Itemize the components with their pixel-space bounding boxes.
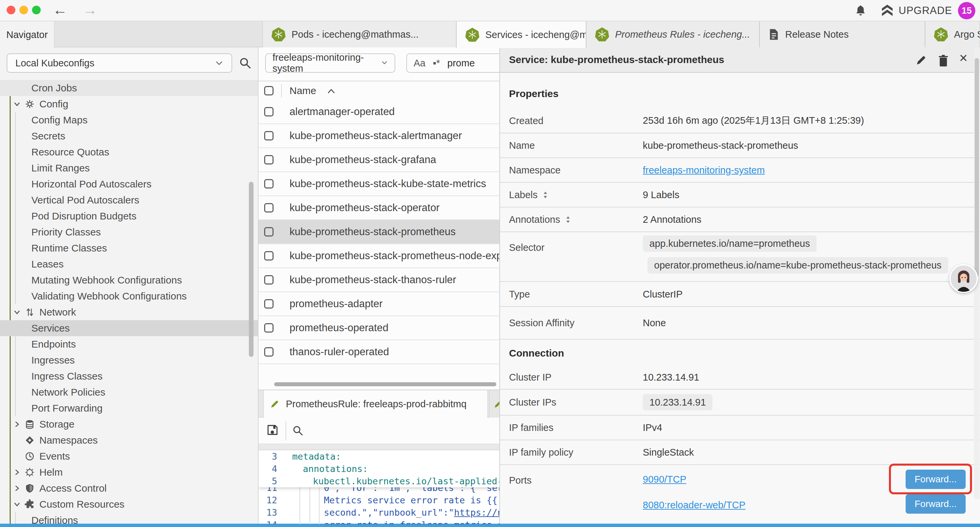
editor-search-icon[interactable] [292,425,304,436]
select-all-checkbox[interactable] [264,86,274,96]
chevron-down-icon[interactable] [13,308,21,317]
sidebar-item-config-maps[interactable]: Config Maps [0,112,259,128]
port-link[interactable]: 9090/TCP [643,474,686,485]
detail-label-text: IP family policy [509,447,573,458]
table-row-kube-prometheus-stack-operator[interactable]: kube-prometheus-stack-operator [259,196,500,220]
row-checkbox[interactable] [264,107,274,116]
sidebar-item-services[interactable]: Services [0,320,259,336]
match-case-toggle[interactable]: Aa [414,58,425,69]
row-checkbox[interactable] [264,347,274,357]
forward-button[interactable]: Forward... [905,494,966,514]
tab-prometheusrule-editor[interactable]: PrometheusRule: freeleaps-prod-rabbitmq [264,390,488,417]
forward-button[interactable]: → [83,2,97,18]
row-checkbox[interactable] [264,155,274,164]
port-link[interactable]: 8080:reloader-web/TCP [643,500,746,510]
sidebar-item-access-control[interactable]: Access Control [0,480,259,496]
sidebar-item-definitions[interactable]: Definitions [0,512,259,524]
line-code: annotations: [282,463,368,475]
user-avatar[interactable] [949,264,978,293]
pencil-icon [493,399,500,409]
sidebar-item-helm[interactable]: Helm [0,464,259,480]
table-row-thanos-ruler-operated[interactable]: thanos-ruler-operated [259,340,500,364]
name-column-header[interactable]: Name [290,85,316,96]
table-row-kube-prometheus-stack-alertmanager[interactable]: kube-prometheus-stack-alertmanager [259,124,500,148]
table-row-kube-prometheus-stack-prometheus[interactable]: kube-prometheus-stack-prometheus [259,220,500,244]
sidebar-item-ingresses[interactable]: Ingresses [0,352,259,368]
sidebar-item-pod-disruption-budgets[interactable]: Pod Disruption Budgets [0,208,259,224]
kubeconfig-selector[interactable]: Local Kubeconfigs [7,53,232,73]
table-row-kube-prometheus-stack-thanos-ruler[interactable]: kube-prometheus-stack-thanos-ruler [259,268,500,292]
tab-services-icecheng-math[interactable]: Services - icecheng@math...× [456,21,586,48]
row-checkbox[interactable] [264,299,274,309]
yaml-editor[interactable]: 3metadata:4annotations:5kubectl.kubernet… [259,450,500,524]
sidebar-item-endpoints[interactable]: Endpoints [0,336,259,352]
row-checkbox[interactable] [264,323,274,333]
sidebar-item-storage[interactable]: Storage [0,416,259,432]
sort-updown-icon[interactable] [565,215,571,224]
detail-scrollbar[interactable] [975,58,979,277]
sidebar-item-events[interactable]: Events [0,448,259,464]
regex-toggle[interactable]: ▪* [433,58,440,69]
sidebar-item-network[interactable]: Network [0,304,259,320]
tab-argo-se[interactable]: Argo Se [925,21,980,47]
sidebar-item-secrets[interactable]: Secrets [0,128,259,144]
tab-prometheus-rules-icecheng[interactable]: Prometheus Rules - icecheng... [586,21,759,47]
chevron-right-icon[interactable] [13,468,21,477]
namespace-link[interactable]: freeleaps-monitoring-system [643,165,765,175]
row-checkbox[interactable] [264,227,274,236]
close-icon[interactable]: × [959,50,968,66]
horizontal-scrollbar[interactable] [274,382,496,386]
notifications-bell-icon[interactable] [854,4,867,16]
row-checkbox[interactable] [264,131,274,140]
sidebar-item-network-policies[interactable]: Network Policies [0,384,259,400]
chevron-right-icon[interactable] [13,420,21,428]
traffic-light-minimize[interactable] [19,6,28,14]
table-row-kube-prometheus-stack-prometheus-node-ex[interactable]: kube-prometheus-stack-prometheus-node-ex… [259,244,500,268]
sidebar-item-limit-ranges[interactable]: Limit Ranges [0,160,259,176]
save-icon[interactable] [266,424,279,436]
traffic-light-close[interactable] [7,6,15,14]
table-row-alertmanager-operated[interactable]: alertmanager-operated [259,100,500,124]
back-button[interactable]: ← [53,2,67,18]
sidebar-item-vertical-pod-autoscalers[interactable]: Vertical Pod Autoscalers [0,192,259,208]
chevron-right-icon[interactable] [13,484,21,493]
edit-icon[interactable] [915,54,927,66]
sidebar-item-priority-classes[interactable]: Priority Classes [0,224,259,240]
namespace-selector[interactable]: freeleaps-monitoring-system [265,53,395,73]
sidebar-item-custom-resources[interactable]: Custom Resources [0,496,259,512]
search-icon[interactable] [239,57,251,69]
row-checkbox[interactable] [264,203,274,212]
update-count-badge[interactable]: 15 [958,2,975,19]
upgrade-button[interactable]: UPGRADE [881,4,952,18]
tab-release-notes[interactable]: Release Notes [759,21,925,47]
tab-next-editor-partial[interactable] [489,390,500,417]
sidebar-item-port-forwarding[interactable]: Port Forwarding [0,400,259,416]
table-row-kube-prometheus-stack-kube-state-metrics[interactable]: kube-prometheus-stack-kube-state-metrics [259,172,500,196]
sidebar-item-cron-jobs[interactable]: Cron Jobs [0,80,259,96]
chevron-down-icon[interactable] [13,500,21,509]
sidebar-item-mutating-webhook-configurations[interactable]: Mutating Webhook Configurations [0,272,259,288]
sidebar-scrollbar[interactable] [249,182,253,357]
tab-navigator[interactable]: Navigator [0,21,54,48]
sidebar-item-runtime-classes[interactable]: Runtime Classes [0,240,259,256]
delete-trash-icon[interactable] [937,54,949,66]
sidebar-item-horizontal-pod-autoscalers[interactable]: Horizontal Pod Autoscalers [0,176,259,192]
sort-ascending-icon[interactable] [327,88,336,94]
sidebar-item-namespaces[interactable]: Namespaces [0,432,259,448]
chevron-down-icon[interactable] [13,100,21,108]
row-checkbox[interactable] [264,275,274,285]
sidebar-item-ingress-classes[interactable]: Ingress Classes [0,368,259,384]
sidebar-item-leases[interactable]: Leases [0,256,259,272]
traffic-light-maximize[interactable] [32,6,41,14]
table-row-kube-prometheus-stack-grafana[interactable]: kube-prometheus-stack-grafana [259,148,500,172]
row-checkbox[interactable] [264,251,274,261]
table-row-prometheus-operated[interactable]: prometheus-operated [259,316,500,340]
tab-pods-icecheng-mathmas[interactable]: Pods - icecheng@mathmas... [262,21,456,47]
table-row-prometheus-adapter[interactable]: prometheus-adapter [259,292,500,316]
filter-input[interactable]: Aa ▪* prome [406,53,500,73]
sidebar-item-resource-quotas[interactable]: Resource Quotas [0,144,259,160]
sidebar-item-config[interactable]: Config [0,96,259,112]
row-checkbox[interactable] [264,179,274,188]
sort-updown-icon[interactable] [542,191,549,199]
sidebar-item-validating-webhook-configurations[interactable]: Validating Webhook Configurations [0,288,259,304]
